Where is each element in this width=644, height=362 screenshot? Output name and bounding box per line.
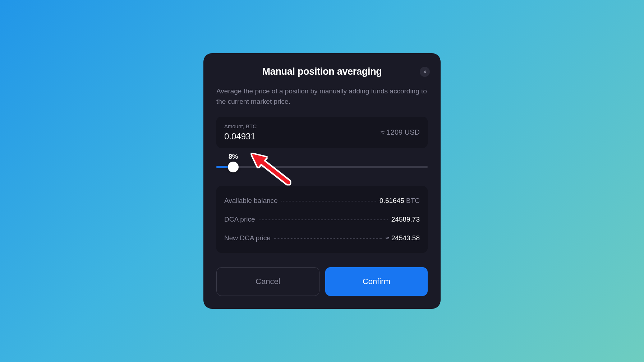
- dialog-manual-position-averaging: Manual position averaging × Average the …: [203, 53, 441, 309]
- svg-line-0: [258, 159, 288, 182]
- dialog-actions: Cancel Confirm: [216, 267, 428, 296]
- info-row-new-dca-price: New DCA price ≈ 24543.58: [224, 231, 420, 245]
- info-spacer: [274, 238, 382, 239]
- close-icon: ×: [423, 69, 426, 75]
- amount-input-box[interactable]: Amount, BTC 0.04931 ≈ 1209 USD: [216, 117, 428, 148]
- info-row-dca-price: DCA price 24589.73: [224, 213, 420, 226]
- dialog-description: Average the price of a position by manua…: [216, 86, 428, 107]
- info-spacer: [259, 219, 388, 220]
- close-button[interactable]: ×: [420, 67, 430, 77]
- info-row-available-balance: Available balance 0.61645 BTC: [224, 194, 420, 208]
- cancel-button[interactable]: Cancel: [216, 267, 319, 296]
- info-box: Available balance 0.61645 BTC DCA price …: [216, 186, 428, 253]
- amount-left: Amount, BTC 0.04931: [224, 123, 257, 141]
- dialog-title: Manual position averaging: [216, 66, 428, 77]
- arrow-annotation-icon: [246, 150, 300, 190]
- svg-marker-1: [252, 154, 267, 167]
- info-label: New DCA price: [224, 234, 271, 242]
- amount-label: Amount, BTC: [224, 123, 257, 129]
- info-value: 24589.73: [391, 215, 420, 223]
- slider-percent-label: 8%: [229, 153, 238, 161]
- percent-slider[interactable]: 8%: [216, 156, 428, 179]
- slider-thumb[interactable]: [228, 162, 239, 172]
- info-value: 0.61645 BTC: [380, 197, 420, 205]
- info-spacer: [281, 201, 376, 201]
- info-value: ≈ 24543.58: [386, 234, 420, 242]
- slider-track: [216, 166, 428, 168]
- amount-usd: ≈ 1209 USD: [381, 128, 420, 136]
- info-label: Available balance: [224, 197, 278, 205]
- confirm-button[interactable]: Confirm: [325, 267, 428, 296]
- amount-value: 0.04931: [224, 131, 257, 141]
- info-label: DCA price: [224, 215, 255, 223]
- dialog-header: Manual position averaging ×: [216, 66, 428, 77]
